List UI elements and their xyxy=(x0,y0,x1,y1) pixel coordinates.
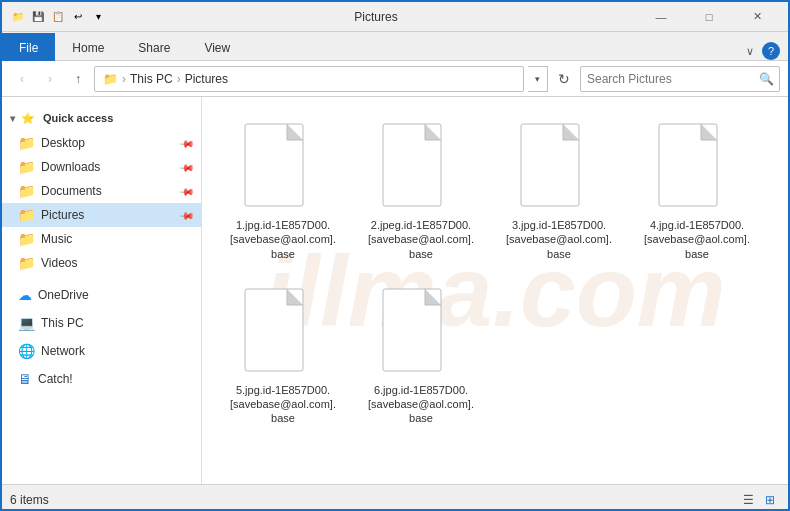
sidebar-quick-access-header: ▾ ⭐ Quick access xyxy=(2,105,201,131)
desktop-folder-icon: 📁 xyxy=(18,135,35,151)
file-name-3: 4.jpg.id-1E857D00.[savebase@aol.com].bas… xyxy=(641,218,753,261)
sidebar-item-catch[interactable]: 🖥 Catch! xyxy=(2,367,201,391)
tab-view[interactable]: View xyxy=(187,33,247,61)
music-label: Music xyxy=(41,232,72,246)
file-name-1: 2.jpeg.id-1E857D00.[savebase@aol.com].ba… xyxy=(365,218,477,261)
file-grid: 1.jpg.id-1E857D00.[savebase@aol.com].bas… xyxy=(202,97,788,451)
pin-icon: 📌 xyxy=(179,135,195,151)
main-layout: ▾ ⭐ Quick access 📁 Desktop 📌 📁 Downloads… xyxy=(2,97,788,484)
sidebar-item-documents[interactable]: 📁 Documents 📌 xyxy=(2,179,201,203)
tab-file[interactable]: File xyxy=(2,33,55,61)
file-item-2[interactable]: 3.jpg.id-1E857D00.[savebase@aol.com].bas… xyxy=(494,113,624,270)
quick-access-label: Quick access xyxy=(43,112,113,124)
tab-share[interactable]: Share xyxy=(121,33,187,61)
file-item-1[interactable]: 2.jpeg.id-1E857D00.[savebase@aol.com].ba… xyxy=(356,113,486,270)
music-folder-icon: 📁 xyxy=(18,231,35,247)
content-area: illma.com 1.jpg.id-1E857D00.[savebase@ao… xyxy=(202,97,788,484)
close-button[interactable]: ✕ xyxy=(734,2,780,32)
search-input[interactable] xyxy=(581,72,753,86)
ribbon-expand-icon[interactable]: ∨ xyxy=(746,45,754,58)
sidebar-item-downloads[interactable]: 📁 Downloads 📌 xyxy=(2,155,201,179)
status-item-count: 6 items xyxy=(10,493,738,507)
status-bar: 6 items ☰ ⊞ xyxy=(2,484,788,511)
sidebar-item-desktop[interactable]: 📁 Desktop 📌 xyxy=(2,131,201,155)
videos-folder-icon: 📁 xyxy=(18,255,35,271)
file-item-3[interactable]: 4.jpg.id-1E857D00.[savebase@aol.com].bas… xyxy=(632,113,762,270)
file-name-4: 5.jpg.id-1E857D00.[savebase@aol.com].bas… xyxy=(227,383,339,426)
documents-folder-icon: 📁 xyxy=(18,183,35,199)
tab-home[interactable]: Home xyxy=(55,33,121,61)
pin-icon-documents: 📌 xyxy=(179,183,195,199)
window-title: Pictures xyxy=(114,10,638,24)
ribbon: File Home Share View ∨ ? xyxy=(2,32,788,61)
ribbon-tabs: File Home Share View ∨ ? xyxy=(2,32,788,60)
file-icon-1 xyxy=(381,122,461,212)
refresh-button[interactable]: ↻ xyxy=(552,67,576,91)
maximize-button[interactable]: □ xyxy=(686,2,732,32)
onedrive-label: OneDrive xyxy=(38,288,89,302)
status-view-controls: ☰ ⊞ xyxy=(738,490,780,510)
sidebar-item-videos[interactable]: 📁 Videos xyxy=(2,251,201,275)
forward-button[interactable]: › xyxy=(38,67,62,91)
file-icon-0 xyxy=(243,122,323,212)
pictures-label: Pictures xyxy=(41,208,84,222)
pin-icon-downloads: 📌 xyxy=(179,159,195,175)
file-name-5: 6.jpg.id-1E857D00.[savebase@aol.com].bas… xyxy=(365,383,477,426)
downloads-label: Downloads xyxy=(41,160,100,174)
sidebar-item-network[interactable]: 🌐 Network xyxy=(2,339,201,363)
file-item-5[interactable]: 6.jpg.id-1E857D00.[savebase@aol.com].bas… xyxy=(356,278,486,435)
catch-label: Catch! xyxy=(38,372,73,386)
address-bar: ‹ › ↑ 📁 › This PC › Pictures ▾ ↻ 🔍 xyxy=(2,61,788,97)
videos-label: Videos xyxy=(41,256,77,270)
file-name-2: 3.jpg.id-1E857D00.[savebase@aol.com].bas… xyxy=(503,218,615,261)
sidebar: ▾ ⭐ Quick access 📁 Desktop 📌 📁 Downloads… xyxy=(2,97,202,484)
network-icon: 🌐 xyxy=(18,343,35,359)
grid-view-button[interactable]: ⊞ xyxy=(760,490,780,510)
folder-icon: 📁 xyxy=(10,9,26,25)
file-icon-5 xyxy=(381,287,461,377)
file-item-0[interactable]: 1.jpg.id-1E857D00.[savebase@aol.com].bas… xyxy=(218,113,348,270)
help-icon[interactable]: ? xyxy=(762,42,780,60)
file-name-0: 1.jpg.id-1E857D00.[savebase@aol.com].bas… xyxy=(227,218,339,261)
documents-label: Documents xyxy=(41,184,102,198)
this-pc-label: This PC xyxy=(41,316,84,330)
file-icon-3 xyxy=(657,122,737,212)
window-controls: — □ ✕ xyxy=(638,2,780,32)
pictures-folder-icon: 📁 xyxy=(18,207,35,223)
file-item-4[interactable]: 5.jpg.id-1E857D00.[savebase@aol.com].bas… xyxy=(218,278,348,435)
this-pc-icon: 💻 xyxy=(18,315,35,331)
search-icon[interactable]: 🔍 xyxy=(753,66,779,92)
list-view-button[interactable]: ☰ xyxy=(738,490,758,510)
undo-icon[interactable]: ↩ xyxy=(70,9,86,25)
downloads-folder-icon: 📁 xyxy=(18,159,35,175)
desktop-label: Desktop xyxy=(41,136,85,150)
path-this-pc[interactable]: This PC xyxy=(130,72,173,86)
file-icon-4 xyxy=(243,287,323,377)
path-pictures[interactable]: Pictures xyxy=(185,72,228,86)
path-root: 📁 xyxy=(103,72,118,86)
save-icon[interactable]: 💾 xyxy=(30,9,46,25)
address-dropdown[interactable]: ▾ xyxy=(528,66,548,92)
back-button[interactable]: ‹ xyxy=(10,67,34,91)
sidebar-item-this-pc[interactable]: 💻 This PC xyxy=(2,311,201,335)
paste-icon[interactable]: 📋 xyxy=(50,9,66,25)
up-button[interactable]: ↑ xyxy=(66,67,90,91)
sidebar-item-onedrive[interactable]: ☁ OneDrive xyxy=(2,283,201,307)
onedrive-icon: ☁ xyxy=(18,287,32,303)
pin-icon-pictures: 📌 xyxy=(179,207,195,223)
address-path[interactable]: 📁 › This PC › Pictures xyxy=(94,66,524,92)
search-box[interactable]: 🔍 xyxy=(580,66,780,92)
title-bar-quick-icons: 📁 💾 📋 ↩ ▾ xyxy=(10,9,106,25)
file-icon-2 xyxy=(519,122,599,212)
minimize-button[interactable]: — xyxy=(638,2,684,32)
catch-icon: 🖥 xyxy=(18,371,32,387)
title-bar: 📁 💾 📋 ↩ ▾ Pictures — □ ✕ xyxy=(2,2,788,32)
network-label: Network xyxy=(41,344,85,358)
sidebar-item-pictures[interactable]: 📁 Pictures 📌 xyxy=(2,203,201,227)
sidebar-item-music[interactable]: 📁 Music xyxy=(2,227,201,251)
dropdown-icon[interactable]: ▾ xyxy=(90,9,106,25)
